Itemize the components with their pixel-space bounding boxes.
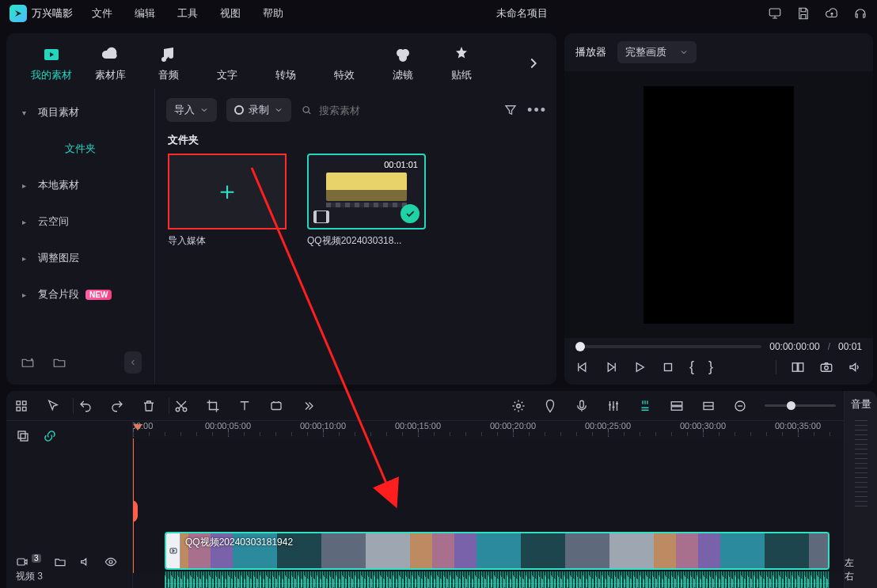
tab-filters[interactable]: 滤镜 xyxy=(374,44,432,82)
crop-icon[interactable] xyxy=(206,399,220,413)
prev-frame-icon[interactable] xyxy=(575,360,590,374)
video-track-header[interactable]: 3 xyxy=(13,552,126,568)
record-dropdown[interactable]: 录制 xyxy=(226,98,291,122)
player-viewport[interactable] xyxy=(564,71,873,338)
sidenav-cloud[interactable]: ▸ 云空间 xyxy=(14,206,146,237)
redo-icon[interactable] xyxy=(110,399,124,413)
media-grid: ＋ 导入媒体 00:01:01 QQ视频2024030318... xyxy=(155,154,556,248)
support-icon[interactable] xyxy=(853,6,868,21)
sidenav-compound[interactable]: ▸ 复合片段 NEW xyxy=(14,279,146,310)
player-controls: { } xyxy=(564,354,873,385)
next-frame-icon[interactable] xyxy=(604,360,618,374)
undo-icon[interactable] xyxy=(78,399,93,413)
save-icon[interactable] xyxy=(796,6,811,21)
delete-icon[interactable] xyxy=(142,399,156,413)
media-search-input[interactable] xyxy=(319,104,495,116)
compare-icon[interactable] xyxy=(791,360,805,374)
tab-my-media[interactable]: 我的素材 xyxy=(22,44,81,82)
import-dropdown[interactable]: 导入 xyxy=(166,98,217,122)
timeline-canvas[interactable]: QQ视频20240303181942 xyxy=(133,438,877,573)
ruler-mark: 00:00:05:00 xyxy=(205,421,251,431)
sidenav-folder[interactable]: 文件夹 xyxy=(14,133,146,165)
new-folder-icon[interactable] xyxy=(21,355,35,370)
svg-rect-19 xyxy=(580,400,584,408)
svg-rect-11 xyxy=(17,401,21,405)
menu-help[interactable]: 帮助 xyxy=(263,6,283,21)
tab-text[interactable]: 文字 xyxy=(198,44,256,82)
zoom-knob[interactable] xyxy=(787,401,795,410)
magnet-icon[interactable] xyxy=(638,399,652,413)
menu-view[interactable]: 视图 xyxy=(220,6,241,21)
play-icon[interactable] xyxy=(632,360,647,374)
pointer-icon[interactable] xyxy=(46,399,60,413)
media-search[interactable] xyxy=(301,98,494,122)
zoom-out-icon[interactable] xyxy=(733,399,747,413)
quality-select[interactable]: 完整画质 xyxy=(617,41,697,63)
timeline-tracks[interactable]: :00:0000:00:05:0000:00:10:0000:00:15:000… xyxy=(133,421,877,588)
menu-file[interactable]: 文件 xyxy=(92,6,112,21)
project-title: 未命名项目 xyxy=(496,6,548,21)
fit-icon[interactable] xyxy=(701,399,716,413)
zoom-slider[interactable] xyxy=(765,404,836,407)
sidenav-bottom-tools xyxy=(14,347,146,378)
svg-rect-25 xyxy=(21,434,28,441)
audio-mix-icon[interactable] xyxy=(606,399,621,413)
sidenav-folder-label: 文件夹 xyxy=(65,142,96,156)
sidenav-adjust[interactable]: ▸ 调整图层 xyxy=(14,242,146,274)
volume-icon[interactable] xyxy=(848,360,862,374)
audio-lr-label: 左 右 xyxy=(845,556,877,583)
media-panel: 我的素材 素材库 音频 文字 转场 特效 xyxy=(6,33,556,385)
timeline-audio-wave[interactable] xyxy=(165,571,830,588)
eye-icon[interactable] xyxy=(104,556,117,568)
tab-stock[interactable]: 素材库 xyxy=(81,44,139,82)
text-tool-icon[interactable] xyxy=(237,399,252,413)
media-area: 导入 录制 ••• 文件夹 xyxy=(155,89,556,385)
snapshot-icon[interactable] xyxy=(819,360,833,374)
settings-cog-icon[interactable] xyxy=(511,399,526,413)
menu-edit[interactable]: 编辑 xyxy=(135,6,155,21)
cut-icon[interactable] xyxy=(174,399,188,413)
caret-icon: ▸ xyxy=(22,218,30,226)
progress-rail[interactable] xyxy=(575,345,761,348)
timeline-ruler[interactable]: :00:0000:00:05:0000:00:10:0000:00:15:000… xyxy=(133,421,877,438)
playhead-handle[interactable] xyxy=(133,500,138,522)
folder-icon[interactable] xyxy=(52,355,66,370)
tab-transition[interactable]: 转场 xyxy=(256,44,315,82)
tab-my-media-label: 我的素材 xyxy=(31,68,72,82)
ruler-mark: 00:00:20:00 xyxy=(490,421,536,431)
timeline-clip[interactable]: QQ视频20240303181942 xyxy=(165,532,830,570)
link-icon[interactable] xyxy=(43,429,57,443)
stop-icon[interactable] xyxy=(661,360,675,374)
import-media-card[interactable]: ＋ 导入媒体 xyxy=(168,154,287,248)
app-logo xyxy=(9,5,27,22)
link-track-icon[interactable] xyxy=(670,399,684,413)
marker-icon[interactable] xyxy=(543,399,557,413)
mark-in-icon[interactable]: { xyxy=(689,358,694,375)
mark-out-icon[interactable]: } xyxy=(708,358,713,375)
expand-tools-icon[interactable] xyxy=(301,399,315,413)
tab-effects[interactable]: 特效 xyxy=(315,44,374,82)
mic-icon[interactable] xyxy=(575,399,589,413)
folder-sm-icon[interactable] xyxy=(54,556,66,568)
sidenav-project[interactable]: ▾ 项目素材 xyxy=(14,97,146,128)
progress-knob[interactable] xyxy=(575,342,585,351)
monitor-icon[interactable] xyxy=(768,6,782,21)
tab-stickers[interactable]: 贴纸 xyxy=(432,44,491,82)
more-icon[interactable]: ••• xyxy=(527,102,547,119)
media-sidenav: ▾ 项目素材 文件夹 ▸ 本地素材 ▸ 云空间 ▸ 调整图层 xyxy=(6,89,155,385)
tab-audio[interactable]: 音频 xyxy=(139,44,198,82)
ruler-mark: 00:00:25:00 xyxy=(585,421,631,431)
apps-icon[interactable] xyxy=(14,399,28,413)
speed-icon[interactable] xyxy=(269,399,283,413)
collapse-sidenav-button[interactable] xyxy=(124,351,142,374)
filter-icon[interactable] xyxy=(503,103,518,117)
mute-icon[interactable] xyxy=(79,556,92,568)
svg-point-28 xyxy=(109,560,112,563)
media-clip-card[interactable]: 00:01:01 QQ视频2024030318... xyxy=(307,154,426,248)
sidenav-local[interactable]: ▸ 本地素材 xyxy=(14,169,146,201)
menu-tools[interactable]: 工具 xyxy=(177,6,198,21)
duplicate-icon[interactable] xyxy=(16,429,30,443)
tabs-scroll-right-icon[interactable] xyxy=(525,55,542,72)
clip-handle[interactable] xyxy=(166,533,180,568)
cloud-icon[interactable] xyxy=(825,6,839,21)
